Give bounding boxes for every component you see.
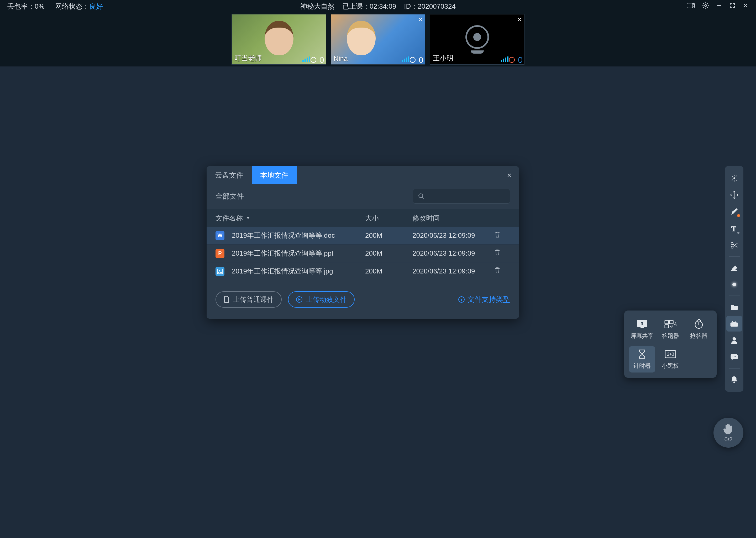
toolbox-answer[interactable]: A 答题器 (657, 316, 684, 343)
toolbox-blackboard[interactable]: 2+3 小黑板 (657, 346, 684, 372)
file-size: 200M (365, 249, 412, 257)
raise-hand-button[interactable]: 0/2 (714, 418, 743, 448)
file-size: 200M (365, 232, 412, 240)
sort-icon (246, 216, 250, 220)
tool-move[interactable] (726, 187, 742, 203)
minimize-icon[interactable] (716, 2, 722, 11)
svg-text:T: T (731, 225, 736, 233)
tool-user[interactable] (726, 333, 742, 348)
svg-rect-18 (665, 325, 669, 328)
svg-rect-16 (665, 320, 669, 324)
tool-pen[interactable] (726, 204, 742, 220)
file-row[interactable]: P2019年工作汇报情况查询等等.ppt200M2020/06/23 12:09… (207, 244, 519, 262)
hand-count: 0/2 (725, 436, 732, 443)
all-files-label[interactable]: 全部文件 (215, 191, 244, 201)
file-time: 2020/06/23 12:09:09 (412, 267, 494, 275)
tab-cloud-files[interactable]: 云盘文件 (207, 166, 252, 184)
toolbox-screen-share[interactable]: 屏幕共享 (629, 316, 655, 343)
col-header-size[interactable]: 大小 (365, 214, 412, 223)
supported-types-link[interactable]: 文件支持类型 (458, 295, 510, 304)
toolbox-responder[interactable]: 抢答器 (685, 316, 712, 343)
participant-name: 王小明 (433, 54, 453, 63)
delete-button[interactable] (494, 267, 510, 276)
signal-icon (303, 56, 310, 62)
svg-text:2+3: 2+3 (667, 352, 674, 356)
file-row[interactable]: 2019年工作汇报情况查询等等.jpg200M2020/06/23 12:09:… (207, 262, 519, 280)
session-id: ID：2020070324 (404, 2, 456, 11)
svg-rect-27 (731, 323, 738, 327)
tool-laser[interactable] (726, 170, 742, 186)
camera-icon[interactable] (410, 57, 415, 63)
col-header-time[interactable]: 修改时间 (412, 214, 494, 223)
svg-point-22 (734, 178, 735, 179)
close-icon[interactable] (742, 2, 749, 11)
file-time: 2020/06/23 12:09:09 (412, 249, 494, 257)
packet-loss: 丢包率：0% (7, 2, 45, 11)
tab-local-files[interactable]: 本地文件 (252, 166, 297, 184)
close-icon[interactable]: × (507, 171, 512, 180)
svg-point-1 (693, 3, 694, 4)
svg-rect-17 (669, 320, 673, 324)
tool-scissors[interactable] (726, 238, 742, 253)
mic-icon[interactable] (419, 57, 423, 63)
tool-toolbox[interactable] (726, 316, 742, 332)
svg-point-32 (734, 356, 734, 357)
svg-rect-0 (687, 3, 693, 8)
dialog-tabs: 云盘文件 本地文件 × (207, 166, 519, 184)
file-type-icon: P (215, 249, 224, 258)
svg-point-2 (705, 4, 706, 6)
video-strip: 叮当老师 × Nina × 王小明 (0, 13, 756, 67)
file-table-header: 文件名称 大小 修改时间 (207, 209, 519, 227)
upload-normal-button[interactable]: 上传普通课件 (215, 291, 282, 308)
signal-icon (501, 56, 508, 62)
close-icon[interactable]: × (418, 16, 422, 24)
file-type-icon (215, 267, 224, 276)
camera-icon[interactable] (310, 57, 316, 63)
video-tile-student[interactable]: × Nina (331, 14, 425, 65)
svg-rect-15 (640, 327, 644, 328)
elapsed-time: 已上课：02:34:09 (342, 2, 396, 11)
record-icon[interactable] (687, 2, 695, 11)
file-type-icon: W (215, 231, 224, 240)
toolbox-timer[interactable]: 计时器 (629, 346, 655, 372)
video-tile-student[interactable]: × 王小明 (430, 14, 525, 65)
video-tile-teacher[interactable]: 叮当老师 (231, 14, 326, 65)
participant-name: Nina (334, 55, 348, 63)
svg-rect-28 (732, 321, 736, 323)
svg-rect-8 (217, 269, 223, 274)
search-input[interactable] (413, 189, 510, 204)
network-status: 网络状态：良好 (55, 2, 103, 11)
svg-line-7 (422, 197, 423, 198)
delete-button[interactable] (494, 249, 510, 258)
camera-off-icon (465, 25, 489, 49)
tool-color[interactable] (726, 277, 742, 293)
gear-icon[interactable] (702, 2, 709, 11)
file-name: 2019年工作汇报情况查询等等.ppt (232, 249, 333, 258)
close-icon[interactable]: × (518, 16, 522, 24)
file-time: 2020/06/23 12:09:09 (412, 232, 494, 240)
upload-animated-button[interactable]: 上传动效文件 (288, 291, 354, 308)
camera-icon[interactable] (509, 57, 515, 63)
toolbox-popup: 屏幕共享 A 答题器 抢答器 计时器 2+3 小黑板 (624, 310, 717, 378)
delete-button[interactable] (494, 231, 510, 240)
tool-text[interactable]: T (726, 221, 742, 237)
tool-eraser[interactable] (726, 260, 742, 276)
tool-chat[interactable] (726, 350, 742, 365)
signal-icon (402, 56, 409, 62)
mic-icon[interactable] (518, 57, 522, 63)
col-header-name[interactable]: 文件名称 (215, 214, 365, 223)
participant-name: 叮当老师 (234, 54, 262, 63)
svg-point-6 (419, 193, 423, 197)
fullscreen-icon[interactable] (729, 2, 735, 11)
tool-folder[interactable] (726, 299, 742, 315)
top-status-bar: 丢包率：0% 网络状态：良好 神秘大自然 已上课：02:34:09 ID：202… (0, 0, 756, 13)
svg-point-29 (732, 337, 736, 341)
svg-point-33 (735, 356, 736, 357)
file-size: 200M (365, 267, 412, 275)
right-toolbar: T (725, 166, 743, 392)
tool-bell[interactable] (726, 372, 742, 388)
file-name: 2019年工作汇报情况查询等等.jpg (232, 267, 333, 276)
mic-icon[interactable] (320, 57, 324, 63)
file-row[interactable]: W2019年工作汇报情况查询等等.doc200M2020/06/23 12:09… (207, 227, 519, 244)
file-upload-dialog: 云盘文件 本地文件 × 全部文件 文件名称 大小 修改时间 W2019年工作汇报… (207, 166, 519, 319)
